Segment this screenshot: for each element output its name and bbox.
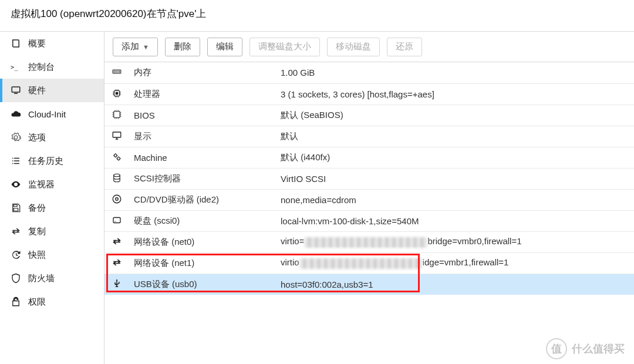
unlock-icon xyxy=(11,296,23,307)
watermark-text: 什么值得买 xyxy=(572,342,625,356)
sidebar-item-tasks[interactable]: 任务历史 xyxy=(0,149,104,173)
svg-point-7 xyxy=(114,154,117,157)
redacted-value xyxy=(304,237,427,248)
sidebar-item-hardware[interactable]: 硬件 xyxy=(0,79,104,102)
hardware-value: none,media=cdrom xyxy=(276,189,634,210)
network-icon xyxy=(110,257,123,268)
hardware-row[interactable]: SCSI控制器VirtIO SCSI xyxy=(104,168,634,189)
svg-rect-12 xyxy=(113,217,120,223)
eye-icon xyxy=(11,179,23,190)
sidebar-item-perms[interactable]: 权限 xyxy=(0,290,104,314)
chevron-down-icon: ▼ xyxy=(143,43,149,50)
hardware-row[interactable]: Machine默认 (i440fx) xyxy=(104,147,634,168)
svg-point-13 xyxy=(114,221,116,222)
sidebar-item-firewall[interactable]: 防火墙 xyxy=(0,267,104,290)
svg-point-11 xyxy=(116,197,119,200)
sidebar-item-label: 监视器 xyxy=(28,179,55,190)
hardware-row[interactable]: 网络设备 (net0)virtio=bridge=vmbr0,firewall=… xyxy=(104,231,634,252)
shield-icon xyxy=(11,273,23,284)
sidebar-item-monitor[interactable]: 监视器 xyxy=(0,173,104,196)
hardware-value: 1.00 GiB xyxy=(276,62,634,83)
hardware-value: 默认 (SeaBIOS) xyxy=(276,105,634,126)
svg-rect-5 xyxy=(114,111,120,117)
add-button[interactable]: 添加 ▼ xyxy=(113,38,158,56)
sidebar-item-label: 控制台 xyxy=(28,62,55,73)
hardware-label: 显示 xyxy=(129,126,276,147)
network-icon xyxy=(110,236,123,247)
display-icon xyxy=(110,130,123,141)
toolbar: 添加 ▼ 删除 编辑 调整磁盘大小 移动磁盘 还原 xyxy=(104,32,634,62)
hardware-row[interactable]: 内存1.00 GiB xyxy=(104,62,634,83)
hardware-row[interactable]: BIOS默认 (SeaBIOS) xyxy=(104,105,634,126)
sidebar: 概要>_控制台硬件Cloud-Init选项任务历史监视器备份复制快照防火墙权限 xyxy=(0,32,104,364)
hardware-value: 默认 xyxy=(276,126,634,147)
redacted-value xyxy=(299,258,423,269)
sidebar-item-label: 快照 xyxy=(28,250,46,261)
hardware-label: Machine xyxy=(129,147,276,168)
sidebar-item-label: 备份 xyxy=(28,203,46,214)
chip-icon xyxy=(110,109,123,120)
list-icon xyxy=(11,156,23,166)
hardware-label: 网络设备 (net1) xyxy=(129,252,276,274)
add-button-label: 添加 xyxy=(122,41,139,52)
hardware-label: 内存 xyxy=(129,62,276,83)
move-disk-button: 移动磁盘 xyxy=(327,38,380,56)
hardware-row[interactable]: 处理器3 (1 sockets, 3 cores) [host,flags=+a… xyxy=(104,83,634,105)
book-icon xyxy=(11,38,23,49)
hdd-icon xyxy=(110,215,123,225)
sidebar-item-cloudinit[interactable]: Cloud-Init xyxy=(0,102,104,126)
svg-point-8 xyxy=(117,157,120,160)
hardware-label: 硬盘 (scsi0) xyxy=(129,210,276,231)
page-title: 虚拟机100 (openwrt20200620)在节点'pve'上 xyxy=(0,0,634,31)
content-pane: 添加 ▼ 删除 编辑 调整磁盘大小 移动磁盘 还原 内存1.00 GiB处理器3… xyxy=(104,32,634,364)
sidebar-item-summary[interactable]: 概要 xyxy=(0,32,104,55)
sidebar-item-replicate[interactable]: 复制 xyxy=(0,220,104,243)
hardware-row[interactable]: 显示默认 xyxy=(104,126,634,147)
svg-rect-1 xyxy=(12,87,20,92)
hardware-label: USB设备 (usb0) xyxy=(129,274,276,295)
hardware-row[interactable]: CD/DVD驱动器 (ide2)none,media=cdrom xyxy=(104,189,634,210)
svg-text:>_: >_ xyxy=(11,63,18,71)
database-icon xyxy=(110,173,123,183)
cogs-icon xyxy=(110,151,123,162)
sidebar-item-label: 复制 xyxy=(28,226,46,237)
history-icon xyxy=(11,250,23,260)
hardware-row[interactable]: 网络设备 (net1)virtioidge=vmbr1,firewall=1 xyxy=(104,252,634,274)
revert-button: 还原 xyxy=(387,38,422,56)
monitor-icon xyxy=(11,85,23,96)
resize-disk-button: 调整磁盘大小 xyxy=(249,38,320,56)
hardware-table: 内存1.00 GiB处理器3 (1 sockets, 3 cores) [hos… xyxy=(104,62,634,295)
sidebar-item-label: 任务历史 xyxy=(28,156,63,167)
sidebar-item-options[interactable]: 选项 xyxy=(0,126,104,149)
sidebar-item-backup[interactable]: 备份 xyxy=(0,196,104,220)
hardware-row[interactable]: 硬盘 (scsi0)local-lvm:vm-100-disk-1,size=5… xyxy=(104,210,634,231)
disc-icon xyxy=(110,194,123,204)
hardware-value: VirtIO SCSI xyxy=(276,168,634,189)
sidebar-item-label: 选项 xyxy=(28,132,46,143)
edit-button[interactable]: 编辑 xyxy=(207,38,242,56)
svg-point-9 xyxy=(114,174,120,177)
hardware-label: SCSI控制器 xyxy=(129,168,276,189)
main-area: 概要>_控制台硬件Cloud-Init选项任务历史监视器备份复制快照防火墙权限 … xyxy=(0,31,634,364)
sidebar-item-snapshot[interactable]: 快照 xyxy=(0,243,104,267)
sidebar-item-label: 概要 xyxy=(28,38,46,49)
sidebar-item-label: Cloud-Init xyxy=(28,109,66,119)
remove-button[interactable]: 删除 xyxy=(165,38,200,56)
cloud-icon xyxy=(11,109,23,119)
hardware-label: CD/DVD驱动器 (ide2) xyxy=(129,189,276,210)
svg-point-10 xyxy=(113,195,121,203)
sidebar-item-console[interactable]: >_控制台 xyxy=(0,55,104,79)
hardware-label: 处理器 xyxy=(129,83,276,105)
hardware-value: local-lvm:vm-100-disk-1,size=540M xyxy=(276,210,634,231)
hardware-row[interactable]: USB设备 (usb0)host=03f0:002a,usb3=1 xyxy=(104,274,634,295)
sidebar-item-label: 硬件 xyxy=(28,85,46,96)
watermark: 值 什么值得买 xyxy=(546,338,625,359)
gear-icon xyxy=(11,132,23,143)
svg-rect-6 xyxy=(113,132,121,137)
hardware-value: virtio=bridge=vmbr0,firewall=1 xyxy=(276,231,634,252)
watermark-glyph: 值 xyxy=(546,338,567,359)
usb-icon xyxy=(110,278,123,289)
replication-icon xyxy=(11,226,23,237)
sidebar-item-label: 权限 xyxy=(28,296,46,308)
terminal-icon: >_ xyxy=(11,62,23,72)
